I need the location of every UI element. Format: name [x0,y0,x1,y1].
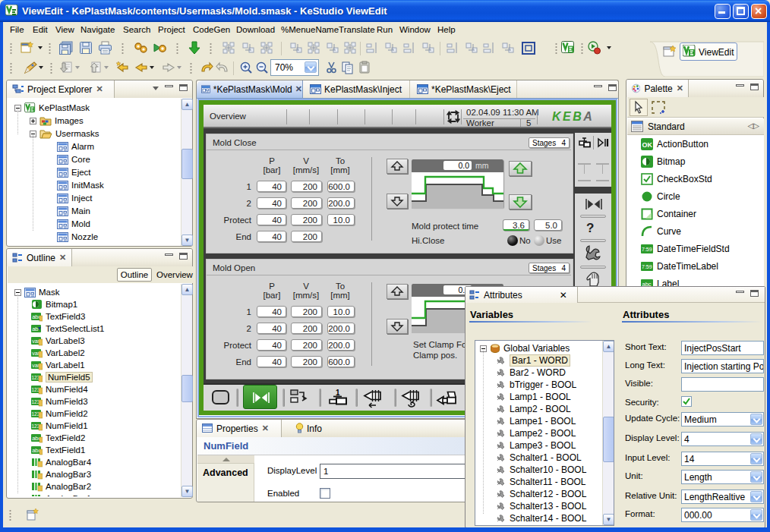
svg-text:7:59: 7:59 [642,247,652,252]
svg-text:OK: OK [642,141,653,149]
svg-text:7:59: 7:59 [642,264,652,269]
svg-text:1: 1 [336,389,340,397]
svg-text:ab: ab [32,326,38,332]
